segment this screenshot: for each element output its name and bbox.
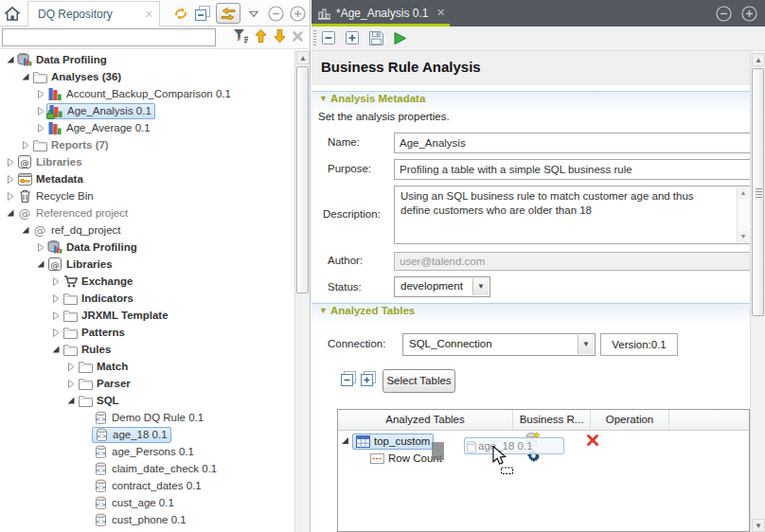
collapse-arrow-icon[interactable] bbox=[19, 72, 31, 81]
section-title-analyzed-tables[interactable]: Analyzed Tables bbox=[330, 305, 415, 316]
selected-tree-item[interactable]: <>age_18 0.1 bbox=[92, 427, 171, 443]
tree-item-metadata[interactable]: Metadata bbox=[0, 170, 294, 187]
tree-item-jrxml-template[interactable]: JRXML Template bbox=[0, 307, 294, 324]
scroll-up-icon[interactable]: ▲ bbox=[738, 187, 749, 199]
collapse-all-sections-icon[interactable] bbox=[321, 30, 337, 50]
clear-icon[interactable] bbox=[292, 29, 304, 46]
expand-arrow-icon[interactable] bbox=[34, 106, 46, 116]
name-field[interactable] bbox=[394, 133, 751, 153]
tree-item-referenced-project[interactable]: @Referenced project bbox=[0, 204, 294, 222]
scroll-up-icon[interactable]: ▲ bbox=[752, 53, 765, 66]
filter-icon[interactable] bbox=[233, 28, 249, 47]
selected-tree-item[interactable]: Age_Analysis 0.1 bbox=[46, 103, 155, 119]
expand-arrow-icon[interactable] bbox=[4, 174, 16, 185]
expand-arrow-icon[interactable] bbox=[49, 310, 62, 321]
tree-item-rules[interactable]: Rules bbox=[0, 341, 294, 358]
expand-tree-icon[interactable] bbox=[361, 371, 376, 390]
connection-dropdown[interactable]: SQL_Connection ▼ bbox=[402, 333, 596, 356]
tree-item-recycle-bin[interactable]: Recycle Bin bbox=[0, 187, 294, 204]
expand-arrow-icon[interactable] bbox=[19, 140, 31, 151]
tree-item-libraries[interactable]: @Libraries bbox=[0, 153, 294, 170]
left-scrollbar-thumb[interactable] bbox=[296, 66, 309, 293]
expand-arrow-icon[interactable] bbox=[49, 276, 62, 287]
tree-item-patterns[interactable]: Patterns bbox=[0, 324, 294, 341]
tree-item-data-profiling[interactable]: Data Profiling bbox=[0, 51, 294, 68]
search-input[interactable] bbox=[2, 28, 216, 46]
tree-item-data-profiling[interactable]: Data Profiling bbox=[0, 239, 294, 256]
tree-item-claim-date-check-0-1[interactable]: <>claim_date_check 0.1 bbox=[0, 460, 294, 477]
editor-scrollbar[interactable]: ▲ ▼ bbox=[750, 52, 765, 532]
purpose-field[interactable] bbox=[394, 159, 751, 180]
maximize-icon[interactable] bbox=[289, 5, 306, 22]
tree-item-exchange[interactable]: Exchange bbox=[0, 273, 294, 290]
delete-icon[interactable] bbox=[586, 434, 599, 451]
tree-item-match[interactable]: Match bbox=[0, 358, 294, 375]
maximize-icon[interactable] bbox=[741, 6, 757, 26]
expand-arrow-icon[interactable] bbox=[4, 157, 16, 168]
select-tables-button[interactable]: Select Tables bbox=[382, 369, 455, 393]
description-field[interactable]: Using an SQL business rule to match cust… bbox=[394, 186, 751, 244]
tree-item-age-average-0-1[interactable]: Age_Average 0.1 bbox=[0, 119, 294, 136]
collapse-all-icon[interactable] bbox=[194, 5, 211, 22]
tree-item-account-backup-comparison-0-1[interactable]: Account_Backup_Comparison 0.1 bbox=[0, 85, 294, 102]
run-icon[interactable] bbox=[392, 30, 408, 50]
collapse-arrow-icon[interactable] bbox=[19, 225, 31, 235]
scroll-down-icon[interactable]: ▼ bbox=[752, 519, 765, 532]
view-menu-icon[interactable] bbox=[245, 5, 262, 22]
collapse-arrow-icon[interactable] bbox=[49, 345, 62, 354]
expand-arrow-icon[interactable] bbox=[64, 379, 77, 389]
collapse-tree-icon[interactable] bbox=[341, 371, 356, 390]
tree-item-sql[interactable]: SQL bbox=[0, 392, 294, 409]
link-with-editor-icon[interactable] bbox=[216, 3, 240, 24]
editor-scrollbar-thumb[interactable] bbox=[752, 68, 764, 316]
column-header-analyzed-tables[interactable]: Analyzed Tables bbox=[338, 410, 513, 430]
tree-item-contract-dates-0-1[interactable]: <>contract_dates 0.1 bbox=[0, 477, 294, 494]
home-icon[interactable] bbox=[4, 6, 21, 26]
chevron-down-icon[interactable]: ▼ bbox=[578, 335, 594, 354]
minimize-icon[interactable] bbox=[716, 6, 732, 26]
move-down-icon[interactable] bbox=[273, 28, 287, 47]
tree-item-age-18-0-1[interactable]: <>age_18 0.1 bbox=[0, 426, 294, 443]
collapse-arrow-icon[interactable] bbox=[34, 259, 46, 269]
move-up-icon[interactable] bbox=[254, 28, 268, 47]
tree-item-libraries[interactable]: @Libraries bbox=[0, 256, 294, 273]
column-header-operation[interactable]: Operation bbox=[591, 410, 669, 430]
scroll-up-icon[interactable]: ▲ bbox=[296, 51, 310, 64]
expand-arrow-icon[interactable] bbox=[34, 89, 46, 99]
expand-all-sections-icon[interactable] bbox=[345, 30, 361, 50]
expanded-arrow-icon[interactable] bbox=[341, 435, 349, 447]
expand-arrow-icon[interactable] bbox=[34, 123, 46, 133]
table-row[interactable]: top_custom bbox=[341, 433, 434, 450]
tree-item-cust-age-0-1[interactable]: <>cust_age 0.1 bbox=[0, 494, 294, 511]
scroll-down-icon[interactable]: ▼ bbox=[738, 231, 749, 242]
expand-arrow-icon[interactable] bbox=[4, 191, 16, 202]
editor-tab-title[interactable]: *Age_Analysis 0.1 bbox=[336, 7, 428, 20]
collapse-arrow-icon[interactable] bbox=[64, 396, 77, 405]
collapse-section-icon[interactable]: ▼ bbox=[319, 94, 328, 103]
expand-arrow-icon[interactable] bbox=[64, 362, 77, 372]
left-scrollbar[interactable]: ▲ bbox=[294, 50, 310, 532]
minimize-icon[interactable] bbox=[267, 5, 284, 22]
description-scrollbar[interactable]: ▲ ▼ bbox=[737, 187, 749, 242]
chevron-down-icon[interactable]: ▼ bbox=[472, 278, 489, 295]
status-dropdown[interactable]: development ▼ bbox=[394, 276, 490, 297]
tree-item-reports-7[interactable]: Reports (7) bbox=[0, 136, 294, 153]
column-header-business-rule[interactable]: Business R... bbox=[513, 410, 591, 430]
tree-item-cust-phone-0-1[interactable]: <>cust_phone 0.1 bbox=[0, 511, 294, 528]
collapse-section-icon[interactable]: ▼ bbox=[319, 306, 328, 315]
tree-item-analyses-36[interactable]: Analyses (36) bbox=[0, 68, 294, 85]
tree-item-ref-dq-project[interactable]: @ref_dq_project bbox=[0, 222, 294, 239]
tree-item-age-analysis-0-1[interactable]: Age_Analysis 0.1 bbox=[0, 102, 294, 119]
expand-arrow-icon[interactable] bbox=[34, 242, 46, 253]
close-icon[interactable]: ✕ bbox=[145, 9, 153, 21]
expand-arrow-icon[interactable] bbox=[49, 328, 62, 338]
expand-arrow-icon[interactable] bbox=[49, 293, 62, 304]
analyzed-table-cell[interactable]: top_custom bbox=[352, 434, 434, 450]
tree-item-parser[interactable]: Parser bbox=[0, 375, 294, 392]
collapse-arrow-icon[interactable] bbox=[4, 208, 16, 218]
toolbar-drag-handle[interactable] bbox=[313, 30, 316, 47]
collapse-arrow-icon[interactable] bbox=[4, 55, 16, 64]
section-title-metadata[interactable]: Analysis Metadata bbox=[330, 93, 425, 104]
tree-item-indicators[interactable]: Indicators bbox=[0, 290, 294, 307]
tree-item-age-persons-0-1[interactable]: <>age_Persons 0.1 bbox=[0, 443, 294, 460]
